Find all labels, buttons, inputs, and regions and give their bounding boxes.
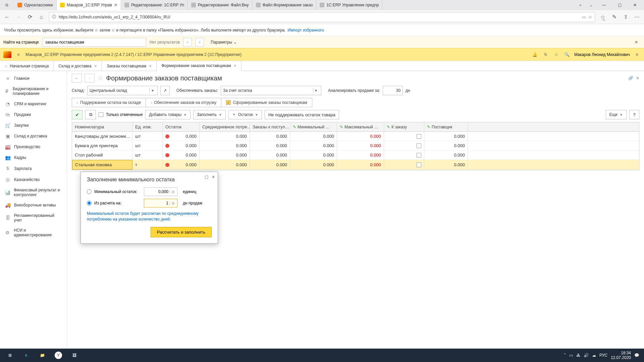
- sidebar-item[interactable]: 🏭Производство: [0, 141, 67, 152]
- sidebar-item[interactable]: 👥Кадры: [0, 152, 67, 163]
- tray-battery-icon[interactable]: ▭: [569, 353, 573, 358]
- close-window-button[interactable]: ✕: [627, 0, 643, 10]
- sidebar-item[interactable]: ₽Бюджетирование и планирование: [0, 84, 67, 99]
- dialog-maximize-button[interactable]: ▢: [205, 175, 208, 179]
- new-tab-button[interactable]: ＋: [577, 2, 584, 8]
- tabs-icon[interactable]: ⧉: [3, 2, 10, 8]
- table-row[interactable]: Стальная поковкат0.0000.0000.0000.0000.0…: [72, 160, 639, 170]
- days-input[interactable]: 1⊟: [144, 199, 177, 207]
- col-orders[interactable]: Заказы к поступ…: [250, 122, 290, 131]
- col-to-order[interactable]: ✎К заказу: [384, 122, 424, 131]
- maximize-button[interactable]: ▢: [612, 0, 627, 10]
- row-checkbox[interactable]: [417, 134, 421, 139]
- notes-icon[interactable]: ✎: [610, 13, 618, 21]
- fill-button[interactable]: Заполнить▼: [193, 110, 226, 119]
- minimize-button[interactable]: —: [596, 0, 612, 10]
- tray-network-icon[interactable]: 🖧: [576, 353, 580, 358]
- only-marked-checkbox[interactable]: [99, 112, 103, 117]
- more-icon[interactable]: ⋯: [633, 13, 641, 21]
- tray-language[interactable]: РУС: [599, 353, 607, 358]
- app-menu-button[interactable]: ≡: [15, 51, 22, 58]
- analyze-days-input[interactable]: 30: [383, 86, 403, 95]
- app-tab[interactable]: ⌂Начальная страница: [0, 61, 54, 71]
- col-min[interactable]: ✎Минимальный …: [290, 122, 337, 131]
- history-icon[interactable]: ↻: [542, 51, 549, 58]
- col-consumption[interactable]: Среднедневное потре…: [200, 122, 250, 131]
- row-checkbox[interactable]: [417, 163, 421, 167]
- sidebar-item[interactable]: ＄Зарплата: [0, 163, 67, 174]
- link-icon[interactable]: 🔗: [628, 76, 633, 80]
- calculate-button[interactable]: Рассчитать и заполнить: [151, 227, 212, 237]
- tray-clock[interactable]: 18:3412.07.2020: [611, 351, 631, 360]
- tray-notifications-icon[interactable]: 💬: [634, 353, 639, 358]
- provide-combo[interactable]: За счет остатка▾: [221, 86, 321, 95]
- task-edge[interactable]: e: [18, 349, 34, 362]
- browser-tab[interactable]: Одноклассники: [14, 0, 57, 10]
- favorites-icon[interactable]: ☆̲: [599, 13, 606, 21]
- app-settings-icon[interactable]: ≡: [633, 51, 641, 58]
- table-row[interactable]: Канцтовары для экономи…шт0.0000.0000.000…: [72, 132, 639, 141]
- browser-tab[interactable]: Макаров_1С:ERP Управ✕: [57, 0, 121, 10]
- tray-onedrive-icon[interactable]: ☁: [592, 353, 596, 358]
- sidebar-item[interactable]: ◎Казначейство: [0, 174, 67, 185]
- task-explorer[interactable]: 📁: [34, 349, 50, 362]
- tray-volume-icon[interactable]: 🔊: [584, 353, 589, 358]
- app-tab[interactable]: Формирование заказов поставщикам×: [157, 61, 241, 71]
- check-all-button[interactable]: ✔: [72, 110, 83, 119]
- help-button[interactable]: ?: [629, 110, 639, 119]
- sidebar-item[interactable]: 🚚Внеоборотные активы: [0, 200, 67, 210]
- forward-button[interactable]: →: [15, 13, 22, 21]
- sidebar-item[interactable]: ◔CRM и маркетинг: [0, 99, 67, 109]
- balance-button[interactable]: ▼Остаток▼: [228, 110, 262, 119]
- find-prev-button[interactable]: ‹: [183, 38, 192, 47]
- col-max[interactable]: ✎Максимальный …: [337, 122, 384, 131]
- warehouse-open-button[interactable]: ↗: [160, 86, 170, 95]
- favorite-star-icon[interactable]: ☆: [588, 15, 592, 19]
- table-row[interactable]: Стол рабочийшт0.0000.0000.0000.0000.0000…: [72, 150, 639, 160]
- app-user-name[interactable]: Макаров Леонид Михайлович: [574, 52, 630, 57]
- find-next-button[interactable]: ›: [195, 38, 204, 47]
- table-row[interactable]: Бумага для принтерашт0.0000.0000.0000.00…: [72, 141, 639, 150]
- nav-forward-button[interactable]: →: [85, 74, 95, 82]
- min-balance-input[interactable]: 0,000⊟: [144, 187, 177, 196]
- browser-tab[interactable]: Файл:Формирование заказ: [253, 0, 317, 10]
- home-button[interactable]: ⌂: [38, 13, 45, 21]
- app-search-icon[interactable]: 🔍: [564, 51, 571, 58]
- dialog-close-button[interactable]: ✕: [212, 175, 215, 179]
- tabs-dropdown-button[interactable]: ⌄: [588, 2, 594, 8]
- sidebar-item[interactable]: ⚙НСИ и администрирование: [0, 225, 67, 240]
- import-favorites-link[interactable]: Импорт избранного: [288, 28, 324, 33]
- page-favorite-icon[interactable]: ☆: [97, 74, 103, 82]
- task-image[interactable]: 🖼: [66, 349, 83, 362]
- no-support-button[interactable]: Не поддерживать остаток товара: [265, 110, 339, 119]
- step-2[interactable]: ›Обеспечение заказов на отгрузку: [146, 98, 221, 107]
- find-params-dropdown[interactable]: Параметры ⌄: [211, 40, 236, 45]
- app-tab[interactable]: Заказы поставщикам×: [102, 61, 157, 71]
- app-tab[interactable]: Склад и доставка×: [54, 61, 102, 71]
- tray-up-icon[interactable]: ˄: [564, 353, 566, 358]
- site-info-icon[interactable]: ⓘ: [52, 14, 56, 20]
- find-input[interactable]: [42, 38, 146, 47]
- sidebar-item[interactable]: 🛒Закупки: [0, 120, 67, 131]
- copy-button[interactable]: ⧉: [85, 110, 96, 119]
- sidebar-item[interactable]: 🛍Продажи: [0, 109, 67, 120]
- share-icon[interactable]: ⇪: [622, 13, 629, 21]
- notifications-icon[interactable]: 🔔: [531, 51, 539, 58]
- step-1[interactable]: ›Поддержание остатка на складе: [72, 98, 146, 107]
- browser-tab[interactable]: Редактирование: Файл:Вну: [188, 0, 253, 10]
- browser-tab[interactable]: 1С:ERP Управление предпр: [316, 0, 382, 10]
- add-goods-button[interactable]: Добавить товары▼: [145, 110, 191, 119]
- browser-tab[interactable]: Редактирование: 1С:ERP Уп: [121, 0, 188, 10]
- radio-min-balance[interactable]: [87, 189, 92, 194]
- reading-view-icon[interactable]: ▭: [582, 15, 586, 19]
- sidebar-item[interactable]: ≡Главное: [0, 73, 67, 84]
- back-button[interactable]: ←: [3, 13, 11, 21]
- address-bar[interactable]: ⓘ https://edu.1cfresh.com/a/edu_uc1_erp_…: [49, 12, 595, 22]
- refresh-button[interactable]: ⟳: [26, 13, 34, 21]
- row-checkbox[interactable]: [417, 153, 421, 158]
- sidebar-item[interactable]: 📊Финансовый результат и контроллинг: [0, 185, 67, 200]
- radio-days[interactable]: [87, 201, 92, 205]
- col-supplier[interactable]: ✎Поставщик: [424, 122, 468, 131]
- warehouse-combo[interactable]: Центральный склад▾: [87, 86, 158, 95]
- col-balance[interactable]: Остаток: [163, 122, 200, 131]
